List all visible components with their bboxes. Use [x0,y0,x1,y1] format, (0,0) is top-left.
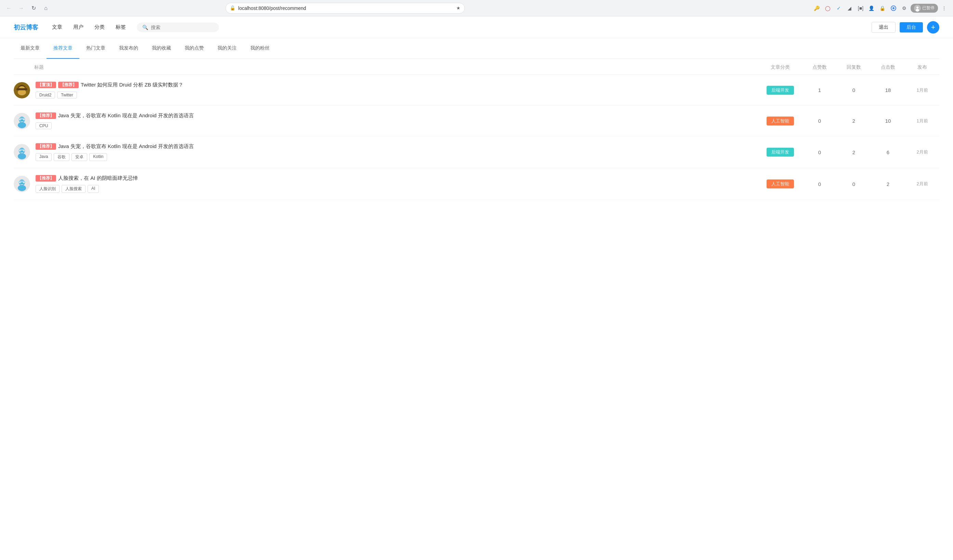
tag[interactable]: 人脸搜索 [62,185,85,193]
article-title[interactable]: Java 失宠，谷歌宣布 Kotlin 现在是 Android 开发的首选语言 [58,113,194,119]
tab-recommend[interactable]: 推荐文章 [47,38,79,59]
date-cell: 2月前 [905,181,939,187]
article-title-row: 【推荐】 Java 失宠，谷歌宣布 Kotlin 现在是 Android 开发的… [36,113,758,119]
table-row[interactable]: 【推荐】 Java 失宠，谷歌宣布 Kotlin 现在是 Android 开发的… [14,106,939,136]
tab-follow[interactable]: 我的关注 [211,38,244,59]
replies-cell: 0 [837,87,871,93]
svg-point-19 [19,150,20,152]
nav-users[interactable]: 用户 [73,23,84,32]
refresh-button[interactable]: ↻ [29,3,38,13]
badge: 【推荐】 [58,82,79,88]
tab-likes[interactable]: 我的点赞 [178,38,211,59]
tag[interactable]: Twitter [57,91,77,99]
nav-tags[interactable]: 标签 [116,23,126,32]
backend-button[interactable]: 后台 [900,22,923,32]
clicks-cell: 10 [871,118,905,124]
likes-cell: 1 [802,87,837,93]
article-info: 【推荐】 Java 失宠，谷歌宣布 Kotlin 现在是 Android 开发的… [36,143,758,161]
nav-right: 退出 后台 + [872,21,939,34]
search-bar[interactable]: 🔍 [137,23,219,32]
shield-icon[interactable]: ◢ [845,3,854,13]
search-icon: 🔍 [142,25,148,30]
article-title-row: 【推荐】 人脸搜索，在 AI 的阴暗面肆无忌惮 [36,175,758,181]
svg-point-17 [18,153,26,159]
clicks-cell: 2 [871,181,905,187]
date-cell: 2月前 [905,149,939,155]
article-tags: CPU [36,122,758,129]
article-title-row: 【置顶】【推荐】 Twitter 如何应用 Druid 分析 ZB 级实时数据？ [36,82,758,88]
record-icon[interactable]: [■] [856,3,865,13]
add-button[interactable]: + [927,21,939,34]
tag[interactable]: 人脸识别 [36,185,59,193]
article-info: 【推荐】 人脸搜索，在 AI 的阴暗面肆无忌惮 人脸识别人脸搜索AI [36,175,758,193]
table-row[interactable]: 【推荐】 人脸搜索，在 AI 的阴暗面肆无忌惮 人脸识别人脸搜索AI 人工智能 … [14,168,939,200]
chrome-icon[interactable] [889,3,898,13]
tag[interactable]: AI [88,185,99,193]
article-list: 【置顶】【推荐】 Twitter 如何应用 Druid 分析 ZB 级实时数据？… [14,75,939,200]
replies-cell: 0 [837,181,871,187]
tab-collect[interactable]: 我的收藏 [145,38,178,59]
badge: 【推荐】 [36,143,56,150]
nav-categories[interactable]: 分类 [95,23,105,32]
nav-articles[interactable]: 文章 [52,23,62,32]
article-tags: Druid2Twitter [36,91,758,99]
date-cell: 1月前 [905,87,939,93]
check-icon[interactable]: ✓ [834,3,844,13]
tag[interactable]: Java [36,153,52,161]
tag[interactable]: 安卓 [71,153,87,161]
category-badge[interactable]: 人工智能 [767,117,794,125]
table-row[interactable]: 【推荐】 Java 失宠，谷歌宣布 Kotlin 现在是 Android 开发的… [14,136,939,168]
article-title[interactable]: 人脸搜索，在 AI 的阴暗面肆无忌惮 [58,175,138,181]
svg-point-13 [19,119,20,120]
article-info: 【推荐】 Java 失宠，谷歌宣布 Kotlin 现在是 Android 开发的… [36,113,758,129]
key-icon[interactable]: 🔑 [812,3,822,13]
header-title: 标题 [14,64,758,70]
likes-cell: 0 [802,118,837,124]
search-input[interactable] [151,25,213,30]
tag[interactable]: Kotlin [89,153,107,161]
logo[interactable]: 初云博客 [14,23,38,31]
tag[interactable]: CPU [36,122,52,129]
svg-point-4 [916,9,919,12]
forward-button[interactable]: → [16,3,26,13]
lock-icon: 🔓 [230,5,235,11]
extension-icon[interactable]: ◯ [823,3,833,13]
svg-point-11 [18,122,26,128]
back-button[interactable]: ← [4,3,14,13]
more-icon[interactable]: ⋮ [939,3,949,13]
puzzle-icon[interactable]: ⚙ [900,3,909,13]
avatar [14,82,30,99]
account-icon[interactable]: 👤 [867,3,876,13]
category-badge[interactable]: 后端开发 [767,148,794,156]
tag[interactable]: Druid2 [36,91,55,99]
home-button[interactable]: ⌂ [41,3,51,13]
category-badge[interactable]: 人工智能 [767,179,794,189]
tab-fans[interactable]: 我的粉丝 [244,38,276,59]
article-tags: Java谷歌安卓Kotlin [36,153,758,161]
badge: 【推荐】 [36,113,56,119]
svg-point-1 [892,7,894,9]
article-title[interactable]: Twitter 如何应用 Druid 分析 ZB 级实时数据？ [81,82,183,88]
svg-point-3 [916,6,919,9]
user-avatar-small [914,5,921,12]
category-badge[interactable]: 后端开发 [767,86,794,95]
tab-mine[interactable]: 我发布的 [112,38,145,59]
article-info: 【置顶】【推荐】 Twitter 如何应用 Druid 分析 ZB 级实时数据？… [36,82,758,99]
replies-cell: 2 [837,149,871,155]
lock2-icon[interactable]: 🔒 [878,3,887,13]
category-cell: 人工智能 [758,179,802,189]
nav-links: 文章 用户 分类 标签 [52,23,126,32]
table-row[interactable]: 【置顶】【推荐】 Twitter 如何应用 Druid 分析 ZB 级实时数据？… [14,75,939,106]
header-date: 发布 [905,64,939,70]
avatar [14,144,30,160]
tab-hot[interactable]: 热门文章 [79,38,112,59]
badge: 【置顶】 [36,82,56,88]
clicks-cell: 6 [871,149,905,155]
logout-button[interactable]: 退出 [872,22,896,33]
badge: 【推荐】 [36,175,56,181]
tag[interactable]: 谷歌 [54,153,70,161]
tab-latest[interactable]: 最新文章 [14,38,47,59]
url-text: localhost:8080/post/recommend [238,5,453,11]
article-title[interactable]: Java 失宠，谷歌宣布 Kotlin 现在是 Android 开发的首选语言 [58,143,194,150]
address-bar: 🔓 localhost:8080/post/recommend ★ [225,3,465,14]
